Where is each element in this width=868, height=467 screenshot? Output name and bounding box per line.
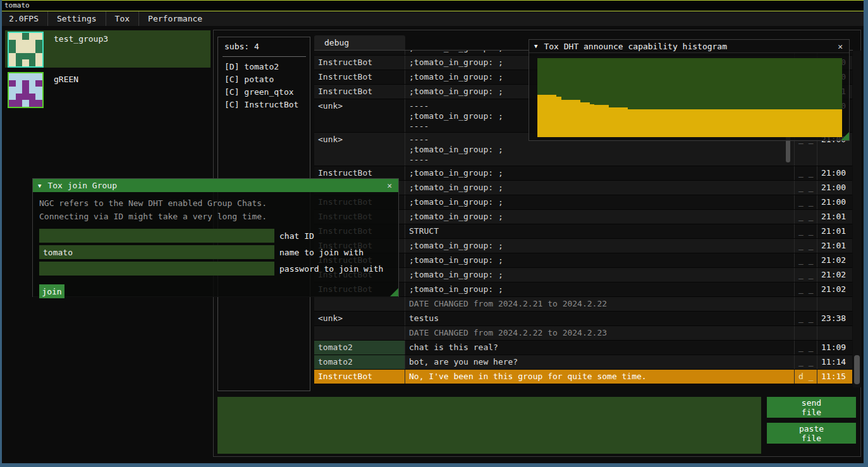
- message-timestamp: 21:01: [817, 224, 852, 238]
- scrollbar-grab[interactable]: [854, 355, 860, 384]
- histogram-bar: [647, 109, 652, 137]
- dht-histogram-window: ▼ Tox DHT announce capability histogram …: [529, 39, 850, 141]
- histogram-bar: [585, 102, 590, 137]
- histogram-bar: [747, 109, 752, 137]
- sidebar-item-test-group3[interactable]: test_group3: [5, 30, 211, 68]
- subscriber-item[interactable]: [C] InstructBot: [224, 99, 307, 111]
- message-timestamp: 21:02: [817, 268, 852, 282]
- resize-grip[interactable]: [841, 132, 849, 140]
- message-text: ;tomato_in_group: ;: [405, 195, 795, 209]
- message-text: ;tomato_in_group: ;: [405, 268, 795, 282]
- histogram-bar: [795, 109, 800, 137]
- histogram-bar: [614, 107, 619, 138]
- message-text: No, I've been in this group for quite so…: [405, 370, 795, 384]
- message-timestamp: 23:38: [817, 312, 852, 325]
- chat-message-row[interactable]: <unk>testus_ _23:38: [314, 312, 852, 326]
- histogram-bar: [809, 109, 814, 137]
- histogram-window-titlebar[interactable]: ▼ Tox DHT announce capability histogram …: [529, 40, 849, 53]
- send-file-button[interactable]: send file: [767, 397, 856, 418]
- join-name-input[interactable]: [39, 245, 274, 259]
- join-window-titlebar[interactable]: ▼ Tox join Group ✕: [33, 179, 398, 192]
- message-timestamp: 21:01: [817, 239, 852, 253]
- histogram-bar: [594, 105, 599, 137]
- join-button[interactable]: join: [39, 284, 64, 298]
- histogram-bar: [776, 109, 781, 137]
- message-sender: [314, 297, 405, 311]
- histogram-bar: [833, 109, 838, 137]
- message-status-flags: d _: [795, 370, 817, 384]
- histogram-bar: [823, 109, 828, 137]
- menu-item-settings[interactable]: Settings: [48, 11, 106, 26]
- resize-grip[interactable]: [390, 288, 398, 296]
- histogram-bar: [661, 109, 666, 137]
- histogram-bar: [799, 109, 804, 137]
- histogram-bar: [728, 109, 733, 137]
- message-text: ;tomato_in_group: ;: [405, 253, 795, 267]
- join-password-input[interactable]: [39, 262, 274, 276]
- message-status-flags: [795, 326, 817, 340]
- chat-message-row[interactable]: tomato2chat is this real?_ _11:09: [314, 341, 852, 355]
- message-input[interactable]: [217, 397, 761, 454]
- chat-id-input[interactable]: [39, 229, 274, 243]
- histogram-bar: [704, 109, 709, 137]
- histogram-bar: [733, 109, 738, 137]
- message-sender: InstructBot: [314, 56, 405, 70]
- subscriber-item[interactable]: [C] potato: [224, 73, 307, 86]
- os-window-titlebar[interactable]: tomato: [0, 0, 868, 11]
- histogram-bar: [790, 109, 795, 137]
- message-log-scrollbar[interactable]: [853, 51, 861, 387]
- group-avatar: [8, 72, 44, 108]
- message-text: ;tomato_in_group: ;: [405, 210, 795, 224]
- subscribers-count: subs: 4: [224, 42, 259, 51]
- join-name-label: name to join with: [279, 248, 364, 257]
- histogram-bar: [566, 100, 571, 137]
- histogram-bar: [761, 109, 766, 137]
- subscribers-list: [D] tomato2[C] potato[C] green_qtox[C] I…: [224, 61, 307, 111]
- message-sender: <unk>: [314, 312, 405, 325]
- histogram-bar: [780, 109, 785, 137]
- collapse-arrow-icon[interactable]: ▼: [38, 183, 41, 189]
- histogram-bar: [633, 109, 638, 137]
- histogram-bar: [737, 109, 742, 137]
- histogram-bar: [618, 107, 623, 138]
- histogram-window-body: [529, 53, 849, 140]
- paste-file-button[interactable]: paste file: [767, 423, 856, 444]
- histogram-bar: [804, 109, 809, 137]
- collapse-arrow-icon[interactable]: ▼: [534, 43, 537, 49]
- histogram-bar: [537, 95, 542, 138]
- histogram-bar: [675, 109, 680, 137]
- chat-message-row[interactable]: tomato2bot, are you new here?_ _11:14: [314, 355, 852, 370]
- group-avatar: [8, 32, 44, 68]
- chat-message-row[interactable]: InstructBotNo, I've been in this group f…: [314, 370, 852, 384]
- message-status-flags: _ _: [795, 355, 817, 369]
- histogram-bar: [599, 105, 604, 137]
- histogram-bar: [628, 109, 633, 137]
- message-status-flags: _ _: [795, 268, 817, 282]
- app-window: tomato 2.0FPSSettingsToxPerformance test…: [0, 0, 868, 467]
- sidebar-item-green[interactable]: gREEN: [5, 71, 211, 108]
- message-timestamp: 21:02: [817, 253, 852, 267]
- histogram-bar: [609, 107, 614, 138]
- subscriber-item[interactable]: [D] tomato2: [224, 61, 307, 73]
- histogram-bar: [818, 109, 823, 137]
- message-status-flags: _ _: [795, 312, 817, 325]
- menu-item-performance[interactable]: Performance: [139, 11, 211, 26]
- histogram-bar: [556, 97, 561, 137]
- group-name: test_group3: [54, 34, 108, 44]
- date-changed-row: DATE CHANGED from 2024.2.22 to 2024.2.23: [314, 326, 852, 341]
- date-changed-text: DATE CHANGED from 2024.2.21 to 2024.2.22: [405, 297, 795, 311]
- histogram-bar: [590, 104, 595, 138]
- menu-item-tox[interactable]: Tox: [106, 11, 138, 26]
- histogram-bar: [814, 109, 819, 137]
- close-icon[interactable]: ✕: [836, 42, 844, 51]
- histogram-bar: [828, 109, 833, 137]
- message-timestamp: 21:00: [817, 181, 852, 195]
- histogram-bar: [656, 109, 661, 137]
- close-icon[interactable]: ✕: [386, 181, 393, 190]
- message-status-flags: _ _: [795, 195, 817, 209]
- message-status-flags: _ _: [795, 210, 817, 224]
- message-sender: tomato2: [314, 355, 405, 369]
- tab-debug[interactable]: debug: [314, 35, 405, 51]
- histogram-bar: [642, 109, 647, 137]
- subscriber-item[interactable]: [C] green_qtox: [224, 86, 307, 99]
